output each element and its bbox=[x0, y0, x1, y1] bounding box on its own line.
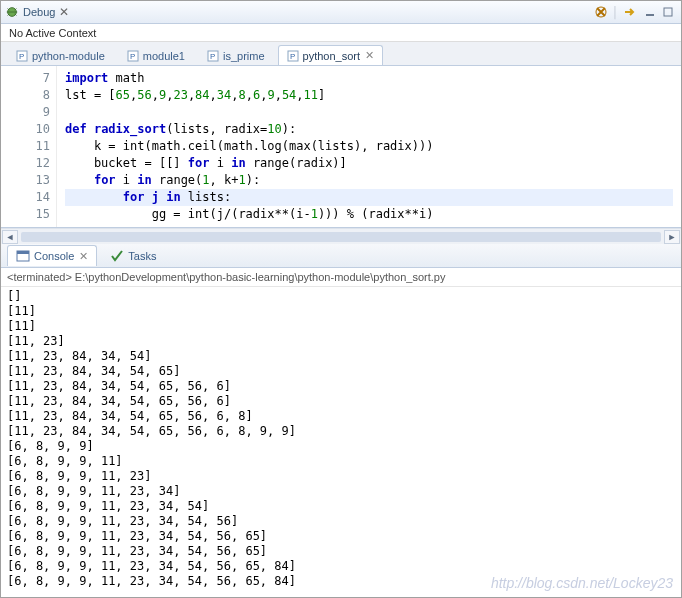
python-file-icon: P bbox=[287, 50, 299, 62]
line-number: 11 bbox=[1, 138, 50, 155]
code-line[interactable]: def radix_sort(lists, radix=10): bbox=[65, 121, 673, 138]
tab-python-module[interactable]: Ppython-module bbox=[7, 46, 114, 65]
editor-tabs: Ppython-modulePmodule1Pis_primePpython_s… bbox=[1, 42, 681, 66]
line-number: 10 bbox=[1, 121, 50, 138]
maximize-icon[interactable] bbox=[663, 7, 673, 17]
scroll-thumb[interactable] bbox=[21, 232, 661, 242]
tab-close-icon[interactable]: ✕ bbox=[365, 49, 374, 62]
python-file-icon: P bbox=[127, 50, 139, 62]
line-number: 14 bbox=[1, 189, 50, 206]
remove-launches-icon[interactable] bbox=[593, 4, 609, 20]
line-number: 15 bbox=[1, 206, 50, 223]
svg-rect-7 bbox=[646, 14, 654, 16]
code-line[interactable]: import math bbox=[65, 70, 673, 87]
tab-label: module1 bbox=[143, 50, 185, 62]
code-line[interactable] bbox=[65, 104, 673, 121]
bug-icon bbox=[5, 5, 19, 19]
tab-module1[interactable]: Pmodule1 bbox=[118, 46, 194, 65]
svg-rect-8 bbox=[664, 8, 672, 16]
line-number: 12 bbox=[1, 155, 50, 172]
line-number: 9 bbox=[1, 104, 50, 121]
tab-label: python_sort bbox=[303, 50, 360, 62]
svg-text:P: P bbox=[130, 52, 135, 61]
debug-close-icon[interactable]: ✕ bbox=[59, 5, 69, 19]
console-output[interactable]: [] [11] [11] [11, 23] [11, 23, 84, 34, 5… bbox=[1, 287, 681, 597]
console-text: [] [11] [11] [11, 23] [11, 23, 84, 34, 5… bbox=[7, 289, 675, 589]
code-area[interactable]: import mathlst = [65,56,9,23,84,34,8,6,9… bbox=[57, 66, 681, 227]
line-gutter: 789101112131415 bbox=[1, 66, 57, 227]
python-file-icon: P bbox=[16, 50, 28, 62]
svg-text:P: P bbox=[210, 52, 215, 61]
panel-tab-tasks[interactable]: Tasks bbox=[101, 245, 165, 266]
svg-text:P: P bbox=[19, 52, 24, 61]
code-line[interactable]: lst = [65,56,9,23,84,34,8,6,9,54,11] bbox=[65, 87, 673, 104]
minimize-icon[interactable] bbox=[645, 7, 655, 17]
debug-view-header: Debug ✕ │ bbox=[1, 1, 681, 24]
code-line[interactable]: bucket = [[] for i in range(radix)] bbox=[65, 155, 673, 172]
tasks-icon bbox=[110, 249, 124, 263]
scroll-right-arrow-icon[interactable]: ► bbox=[664, 230, 680, 244]
panel-tab-console[interactable]: Console✕ bbox=[7, 245, 97, 266]
panel-tab-label: Tasks bbox=[128, 250, 156, 262]
code-line[interactable]: for i in range(1, k+1): bbox=[65, 172, 673, 189]
code-line[interactable]: gg = int(j/(radix**(i-1))) % (radix**i) bbox=[65, 206, 673, 223]
python-file-icon: P bbox=[207, 50, 219, 62]
scroll-left-arrow-icon[interactable]: ◄ bbox=[2, 230, 18, 244]
line-number: 7 bbox=[1, 70, 50, 87]
debug-title: Debug bbox=[23, 6, 55, 18]
panel-tab-label: Console bbox=[34, 250, 74, 262]
panel-tab-close-icon[interactable]: ✕ bbox=[79, 250, 88, 263]
horizontal-scrollbar[interactable]: ◄ ► bbox=[1, 228, 681, 244]
code-editor[interactable]: 789101112131415 import mathlst = [65,56,… bbox=[1, 66, 681, 228]
code-line[interactable]: for j in lists: bbox=[65, 189, 673, 206]
line-number: 8 bbox=[1, 87, 50, 104]
line-number: 13 bbox=[1, 172, 50, 189]
debug-context-text: No Active Context bbox=[1, 24, 681, 42]
tab-is_prime[interactable]: Pis_prime bbox=[198, 46, 274, 65]
tab-label: python-module bbox=[32, 50, 105, 62]
tab-python_sort[interactable]: Ppython_sort✕ bbox=[278, 45, 383, 65]
code-line[interactable]: k = int(math.ceil(math.log(max(lists), r… bbox=[65, 138, 673, 155]
bottom-panel-tabs: Console✕Tasks bbox=[1, 244, 681, 268]
svg-rect-18 bbox=[17, 251, 29, 254]
console-header: <terminated> E:\pythonDevelopment\python… bbox=[1, 268, 681, 287]
svg-text:P: P bbox=[290, 52, 295, 61]
ide-window: Debug ✕ │ No Active Context Ppython-modu… bbox=[0, 0, 682, 598]
switch-arrow-icon[interactable] bbox=[622, 4, 638, 20]
console-icon bbox=[16, 249, 30, 263]
tab-label: is_prime bbox=[223, 50, 265, 62]
